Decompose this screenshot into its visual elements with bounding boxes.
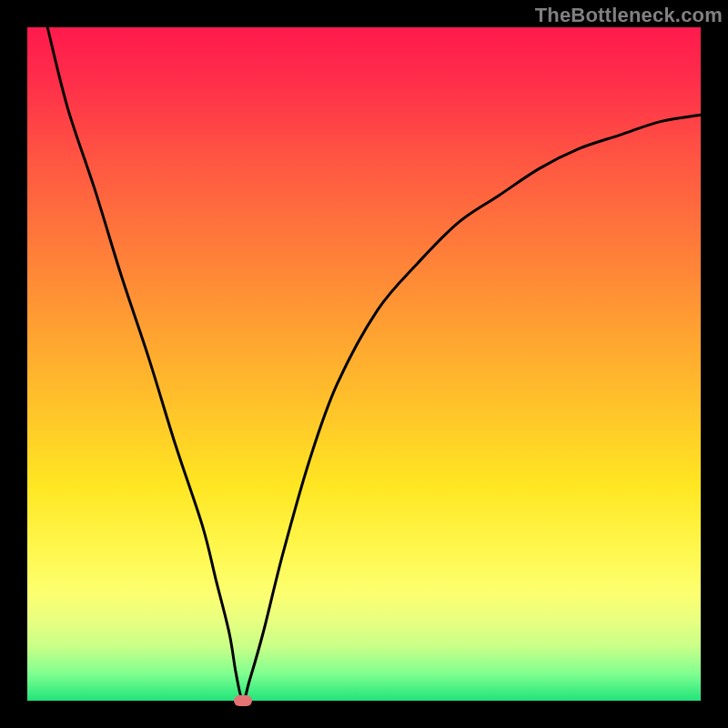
watermark-text: TheBottleneck.com bbox=[535, 4, 723, 27]
bottleneck-curve bbox=[47, 27, 701, 701]
plot-area bbox=[27, 27, 701, 701]
chart-container: TheBottleneck.com bbox=[0, 0, 728, 728]
curve-svg bbox=[27, 27, 701, 701]
min-marker bbox=[234, 695, 252, 706]
